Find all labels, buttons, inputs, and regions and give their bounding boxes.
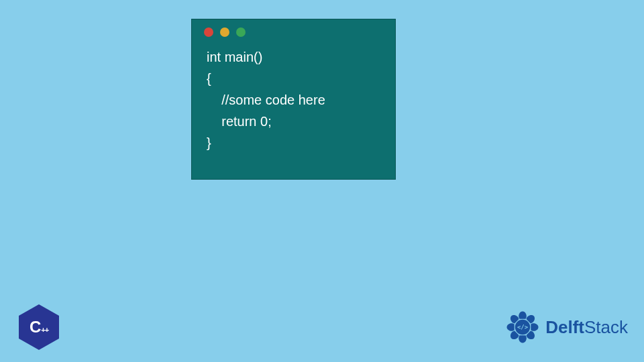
- minimize-icon: [220, 27, 229, 37]
- code-line: int main(): [207, 50, 262, 64]
- brand-glyph: </>: [517, 324, 528, 330]
- code-window: int main() { //some code here return 0; …: [191, 19, 396, 180]
- brand-suffix: Stack: [584, 317, 628, 337]
- cpp-badge: C++: [19, 304, 59, 350]
- cpp-suffix: ++: [41, 326, 48, 334]
- brand-name: DelftStack: [545, 317, 628, 338]
- cpp-letter: C: [30, 318, 40, 337]
- code-line: {: [207, 71, 211, 86]
- window-titlebar: [192, 19, 395, 42]
- code-body: int main() { //some code here return 0; …: [192, 42, 395, 166]
- code-line: //some code here: [207, 93, 325, 107]
- brand-prefix: Delft: [545, 317, 584, 337]
- brand-rosette-icon: </>: [504, 308, 541, 346]
- cpp-hexagon-icon: C++: [19, 304, 59, 350]
- close-icon: [204, 27, 213, 37]
- brand-logo: </> DelftStack: [504, 308, 628, 346]
- code-line: return 0;: [207, 114, 272, 129]
- code-line: }: [207, 135, 211, 150]
- maximize-icon: [236, 27, 246, 37]
